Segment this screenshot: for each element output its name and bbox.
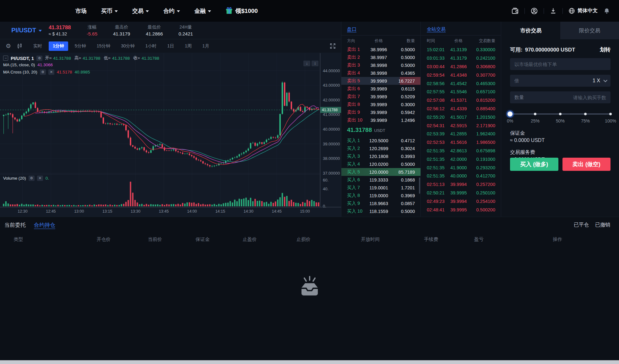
trades-title[interactable]: 全站交易 — [421, 22, 451, 35]
timeframe-tab[interactable]: 1月 — [198, 41, 213, 51]
volume-label: Volume (20) — [3, 176, 26, 181]
orderbook-buy-row[interactable]: 买入 4120.02000.5000 — [341, 160, 421, 168]
series-settings-icon[interactable]: ⚙ — [36, 56, 42, 61]
orderbook-buy-row[interactable]: 买入 3120.18080.3993 — [341, 152, 421, 160]
positions-tab[interactable]: 合约持仓 — [34, 221, 55, 229]
timeframe-tab[interactable]: 1周 — [181, 41, 196, 51]
leverage-select[interactable]: 1 X — [593, 78, 606, 84]
fullscreen-icon[interactable] — [329, 43, 336, 49]
orderbook-buy-row[interactable]: 买入 9118.96630.0857 — [341, 199, 421, 207]
nav-item[interactable]: 交易 — [132, 7, 149, 15]
orderbook-sell-row[interactable]: 卖出 539.998916.7227 — [341, 77, 421, 85]
nav-item[interactable]: 金融 — [194, 7, 211, 15]
profile-icon[interactable] — [530, 7, 538, 15]
trade-price: 41.3139 — [450, 47, 467, 52]
nav-item[interactable]: 合约 — [163, 7, 180, 15]
timeframe-tab[interactable]: 5分钟 — [71, 41, 90, 51]
ticker-stat-value: 41.3179 — [113, 31, 130, 36]
orderbook-sell-row[interactable]: 卖出 238.99970.5000 — [341, 53, 421, 61]
positions-column-header: 止损价 — [296, 236, 311, 242]
orderbook-panel: 盘口 方向价格数量 卖出 138.99960.5000卖出 238.99970.… — [341, 22, 421, 217]
trade-panel-tab[interactable]: 市价交易 — [502, 22, 560, 39]
orderbook-row-side: 买入 4 — [347, 161, 367, 167]
orderbook-sell-row[interactable]: 卖出 839.99890.3000 — [341, 101, 421, 108]
trade-qty: 2.171900 — [467, 123, 495, 128]
svg-text:12:30: 12:30 — [18, 209, 27, 214]
timeframe-tab[interactable]: 1日 — [163, 41, 178, 51]
timeframe-tab[interactable]: 15分钟 — [93, 41, 115, 51]
svg-text:44.00000: 44.00000 — [323, 68, 340, 73]
language-selector[interactable]: 简体中文 — [568, 8, 598, 14]
orderbook-buy-row[interactable]: 买入 7119.00011.7201 — [341, 184, 421, 192]
bell-icon[interactable] — [603, 8, 610, 14]
collapse-legend-icon[interactable]: − — [3, 56, 8, 61]
trade-price: 39.9994 — [450, 199, 467, 204]
trade-qty: 0.885400 — [467, 106, 495, 111]
volume-settings-icon[interactable]: ⚙ — [29, 176, 35, 181]
macross-settings-icon[interactable]: ⚙ — [40, 69, 46, 75]
pair-selector[interactable]: PI/USDT — [11, 27, 42, 34]
trade-qty: 0.330000 — [467, 47, 495, 52]
orderbook-buy-row[interactable]: 买入 10118.15590.5000 — [341, 207, 421, 215]
trade-price: 41.2866 — [450, 64, 467, 69]
leverage-field: 倍 1 X — [510, 75, 611, 87]
orderbook-buy-row[interactable]: 买入 1120.50000.4712 — [341, 137, 421, 144]
scroll-down-icon[interactable]: ↓ — [303, 61, 310, 66]
orderbook-title[interactable]: 盘口 — [341, 22, 362, 35]
positions-link[interactable]: 已撤销 — [595, 222, 610, 228]
orderbook-row-side: 卖出 10 — [347, 117, 367, 123]
orderbook-buy-row[interactable]: 买入 6119.33330.1868 — [341, 176, 421, 184]
timeframe-tab[interactable]: 1分钟 — [49, 41, 68, 51]
horizontal-scrollbar[interactable] — [0, 360, 619, 364]
available-value: 970.00000000 USDT — [525, 47, 575, 53]
wallet-icon[interactable] — [511, 7, 519, 15]
amount-slider[interactable]: 0%25%50%75%100% — [510, 111, 611, 125]
quantity-input[interactable] — [524, 91, 606, 103]
orderbook-buy-row[interactable]: 买入 8119.00000.3969 — [341, 192, 421, 199]
price-chart-svg[interactable]: 44.0000043.0000042.0000041.0000040.00000… — [0, 53, 341, 217]
orderbook-sell-row[interactable]: 卖出 1039.99891.2496 — [341, 116, 421, 124]
orderbook-buy-row[interactable]: 买入 5120.000085.7189 — [341, 168, 421, 176]
trade-qty: 1.962400 — [467, 131, 495, 136]
buy-long-button[interactable]: 买入 (做多) — [510, 158, 558, 171]
nav-item[interactable]: 市场 — [75, 7, 87, 15]
orderbook-header: 数量 — [391, 38, 415, 44]
orderbook-sell-row[interactable]: 卖出 338.99980.5000 — [341, 61, 421, 69]
trade-panel-tab[interactable]: 限价交易 — [560, 22, 619, 39]
orderbook-sell-row[interactable]: 卖出 739.99890.5209 — [341, 93, 421, 101]
available-label: 可用: — [510, 46, 523, 53]
macross-close-icon[interactable]: ✕ — [48, 69, 54, 75]
ticker-last-price: 41.31788 — [49, 24, 71, 31]
positions-link[interactable]: 已平仓 — [574, 222, 589, 228]
order-buttons: 买入 (做多) 卖出 (做空) — [510, 158, 611, 171]
orderbook-sell-row[interactable]: 卖出 138.99960.5000 — [341, 46, 421, 53]
orderbook-sell-row[interactable]: 卖出 639.99890.6115 — [341, 85, 421, 93]
timeframe-tab[interactable]: 30分钟 — [117, 41, 139, 51]
orderbook-buy-row[interactable]: 买入 2120.26990.3024 — [341, 144, 421, 152]
ticker-price-block: 41.31788 ≈ $ 41.32 — [49, 24, 71, 36]
trade-qty: 0.306800 — [467, 64, 495, 69]
promo-button[interactable]: 领$1000 — [225, 7, 258, 15]
price-input[interactable] — [514, 58, 606, 70]
download-icon[interactable] — [550, 7, 557, 14]
positions-column-header: 止盈价 — [243, 236, 257, 242]
chart-pair-label: PI/USDT, 1 — [11, 56, 34, 61]
chart-type-icon[interactable] — [17, 43, 23, 49]
transfer-link[interactable]: 划转 — [600, 46, 611, 53]
timeframe-tab[interactable]: 1小时 — [141, 41, 161, 51]
scale-icon[interactable]: ↕ — [312, 61, 318, 66]
trade-time: 02:57:08 — [427, 98, 450, 103]
orderbook-sell-row[interactable]: 卖出 438.99980.4365 — [341, 69, 421, 77]
volume-close-icon[interactable]: ✕ — [37, 176, 43, 181]
trade-price: 41.3179 — [450, 56, 467, 61]
slider-thumb[interactable] — [508, 111, 513, 117]
timeframe-tab[interactable]: 实时 — [29, 41, 46, 51]
nav-item[interactable]: 买币 — [101, 7, 118, 15]
chart-settings-icon[interactable]: ⚙ — [6, 42, 11, 50]
orderbook-row-price: 38.9998 — [367, 63, 391, 68]
nav-item-label: 金融 — [194, 7, 206, 15]
positions-tab[interactable]: 当前委托 — [4, 221, 26, 229]
sell-short-button[interactable]: 卖出 (做空) — [562, 158, 611, 171]
orderbook-sell-row[interactable]: 卖出 939.99890.5942 — [341, 108, 421, 116]
scrollbar-thumb[interactable] — [419, 177, 420, 194]
